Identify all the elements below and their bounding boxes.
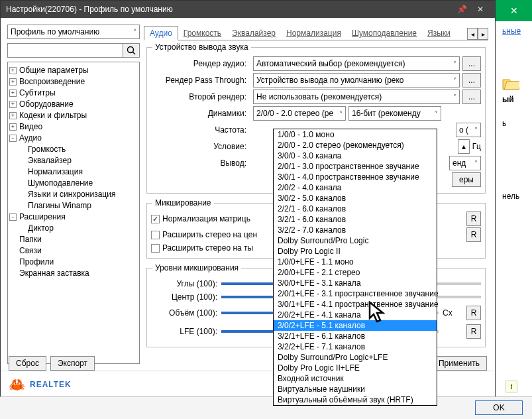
tree-item-label: Общие параметры — [19, 65, 89, 76]
apply-button[interactable]: Применить — [431, 356, 487, 371]
dropdown-item[interactable]: Dolby Pro Logic II — [274, 246, 437, 257]
output-select[interactable]: енд˅ — [449, 156, 481, 170]
dropdown-item[interactable]: 3/2/1 - 6.0 каналов — [274, 214, 437, 225]
dropdown-item[interactable]: Dolby Surround/Pro Logic — [274, 235, 437, 246]
tree-item[interactable]: +Воспроизведение — [9, 76, 138, 88]
expand-icon[interactable]: + — [9, 78, 17, 86]
dropdown-item[interactable]: Dolby Pro Logic II+LFE — [274, 363, 437, 373]
tab-scroll-left[interactable]: ◂ — [467, 28, 478, 40]
search-input[interactable] — [7, 43, 123, 58]
render-passthrough-config-button[interactable]: ... — [462, 73, 481, 88]
dropdown-item[interactable]: 2/0/2+LFE - 4.1 канала — [274, 310, 437, 320]
dropdown-item[interactable]: 3/0/2+LFE - 5.1 каналов — [274, 320, 437, 331]
dropdown-item[interactable]: 3/0/0 - 3.0 канала — [274, 150, 437, 161]
tree-item[interactable]: Шумоподавление — [9, 178, 138, 189]
expand-icon[interactable]: + — [9, 67, 17, 74]
tree-item[interactable]: -Расширения — [9, 211, 138, 223]
collapse-icon[interactable]: - — [9, 135, 17, 142]
tree-item[interactable]: +Кодеки и фильтры — [9, 110, 138, 121]
expand-icon[interactable]: + — [9, 112, 17, 119]
render-audio-select[interactable]: Автоматический выбор (рекомендуется)˅ — [253, 56, 460, 71]
dropdown-item[interactable]: Входной источник — [274, 373, 437, 384]
tab-Громкость[interactable]: Громкость — [178, 27, 227, 40]
dropdown-item[interactable]: Виртуальные наушники — [274, 384, 437, 394]
expand-icon[interactable]: + — [9, 123, 17, 131]
pin-icon[interactable]: 📌 — [452, 5, 471, 14]
tree-item[interactable]: +Субтитры — [9, 88, 138, 99]
ok-button[interactable]: OK — [475, 400, 523, 415]
tree-item[interactable]: Плагины Winamp — [9, 200, 138, 211]
bitdepth-select[interactable]: 16-бит (рекоменду˅ — [348, 106, 441, 121]
tree-item[interactable]: Связи — [9, 245, 138, 257]
expand-icon[interactable]: + — [9, 90, 17, 97]
tab-Нормализация[interactable]: Нормализация — [281, 27, 346, 40]
tree-item-label: Оборудование — [19, 99, 74, 110]
dropdown-item[interactable]: 3/0/2 - 5.0 каналов — [274, 193, 437, 204]
dropdown-item[interactable]: 2/0/0+LFE - 2.1 стерео — [274, 267, 437, 278]
normalize-matrix-checkbox[interactable]: ✓ — [151, 215, 160, 223]
speakers-dropdown-list[interactable]: 1/0/0 - 1.0 моно2/0/0 - 2.0 стерео (реко… — [273, 129, 437, 406]
dropdown-item[interactable]: 2/0/1+LFE - 3.1 пространственное звучани… — [274, 288, 437, 299]
dropdown-item[interactable]: 2/0/2 - 4.0 канала — [274, 182, 437, 193]
expand-rear-checkbox[interactable] — [151, 244, 160, 253]
tree-item[interactable]: Папки — [9, 234, 138, 245]
dropdown-item[interactable]: 2/0/0 - 2.0 стерео (рекомендуется) — [274, 140, 437, 150]
dropdown-item[interactable]: Виртуальный объёмный звук (HRTF) — [274, 394, 437, 405]
expand-icon[interactable]: + — [9, 101, 17, 108]
render-audio-config-button[interactable]: ... — [462, 56, 481, 71]
freq-select[interactable]: о (˅ — [456, 123, 481, 137]
tree-item[interactable]: Экранная заставка — [9, 268, 138, 279]
tree-item[interactable]: Эквалайзер — [9, 155, 138, 166]
tree-item-label: Профили — [19, 257, 54, 268]
tab-scroll-right[interactable]: ▸ — [478, 28, 488, 40]
r-button-lfe[interactable]: R — [466, 324, 481, 339]
r-button-mix-1[interactable]: R — [466, 211, 481, 226]
tree-item[interactable]: -Аудио — [9, 133, 138, 144]
cx-label: Cx — [443, 308, 462, 318]
nav-tree[interactable]: +Общие параметры+Воспроизведение+Субтитр… — [7, 62, 140, 364]
tree-item-label: Видео — [19, 121, 42, 133]
reset-button[interactable]: Сброс — [9, 356, 46, 371]
tree-item[interactable]: Языки и синхронизация — [9, 189, 138, 200]
collapse-icon[interactable]: - — [9, 213, 17, 221]
dropdown-item[interactable]: 3/0/1+LFE - 4.1 пространственное звучани… — [274, 299, 437, 310]
r-button-mix-2[interactable]: R — [466, 227, 481, 242]
tree-item[interactable]: +Оборудование — [9, 99, 138, 110]
tab-Языки[interactable]: Языки — [422, 27, 456, 40]
tree-item[interactable]: Диктор — [9, 223, 138, 234]
speakers-config-button[interactable]: еры — [452, 172, 481, 187]
background-content: ьные ый ь нель — [502, 27, 531, 201]
tree-item[interactable]: +Общие параметры — [9, 65, 138, 76]
dropdown-item[interactable]: 3/2/2+LFE - 7.1 каналов — [274, 341, 437, 352]
tree-item[interactable]: Громкость — [9, 144, 138, 155]
profile-select[interactable]: Профиль по умолчанию ˅ — [7, 25, 140, 39]
chevron-down-icon: ˅ — [133, 29, 136, 36]
r-button-volume[interactable]: R — [466, 306, 481, 320]
tab-Аудио[interactable]: Аудио — [144, 26, 178, 40]
second-render-select[interactable]: Не использовать (рекомендуется)˅ — [253, 90, 460, 104]
dropdown-item[interactable]: 2/0/1 - 3.0 пространственное звучание — [274, 161, 437, 172]
info-button[interactable]: i — [505, 381, 517, 392]
dropdown-item[interactable]: 1/0/0+LFE - 1.1 моно — [274, 257, 437, 267]
search-button[interactable] — [123, 43, 140, 58]
close-icon[interactable]: ✕ — [471, 5, 490, 14]
dropdown-item[interactable]: 3/2/2 - 7.0 каналов — [274, 225, 437, 235]
outer-close-button[interactable]: ✕ — [496, 0, 532, 21]
dropdown-item[interactable]: 2/2/1 - 6.0 каналов — [274, 204, 437, 214]
dropdown-item[interactable]: 3/2/1+LFE - 6.1 каналов — [274, 331, 437, 341]
expand-center-checkbox[interactable] — [151, 231, 160, 239]
tree-item[interactable]: +Видео — [9, 121, 138, 133]
tab-Шумоподавление[interactable]: Шумоподавление — [346, 27, 422, 40]
freq-spinner[interactable]: ▴ — [458, 139, 470, 154]
dropdown-item[interactable]: Dolby Surround/Pro Logic+LFE — [274, 352, 437, 363]
speakers-select[interactable]: 2/0/0 - 2.0 стерео (ре˄ — [253, 106, 346, 121]
tree-item[interactable]: Нормализация — [9, 166, 138, 178]
dropdown-item[interactable]: 3/0/1 - 4.0 пространственное звучание — [274, 172, 437, 182]
second-render-config-button[interactable]: ... — [462, 90, 481, 104]
tab-Эквалайзер[interactable]: Эквалайзер — [227, 27, 281, 40]
tree-item[interactable]: Профили — [9, 257, 138, 268]
export-button[interactable]: Экспорт — [50, 356, 95, 371]
dropdown-item[interactable]: 1/0/0 - 1.0 моно — [274, 129, 437, 140]
render-passthrough-select[interactable]: Устройство вывода по умолчанию (реко˅ — [253, 73, 460, 88]
dropdown-item[interactable]: 3/0/0+LFE - 3.1 канала — [274, 278, 437, 288]
